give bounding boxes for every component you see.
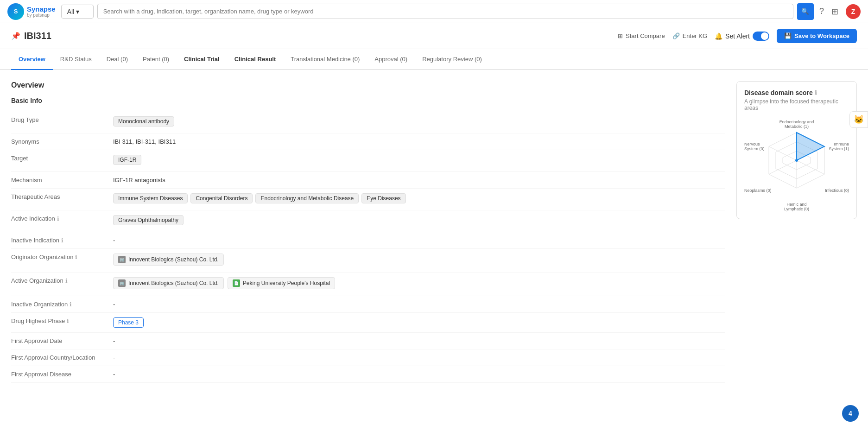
- info-value-6: -: [113, 237, 725, 244]
- info-row-7: Originator Organization ℹ🏢Innovent Biolo…: [11, 249, 725, 273]
- tab-translational-medicine-0[interactable]: Translational Medicine (0): [283, 49, 367, 70]
- grid-button[interactable]: ⊞: [831, 6, 838, 17]
- info-label-10: Drug Highest Phase ℹ: [11, 317, 113, 324]
- info-label-7: Originator Organization ℹ: [11, 254, 113, 260]
- info-label-11: First Approval Date: [11, 337, 113, 344]
- tab-approval-0[interactable]: Approval (0): [367, 49, 415, 70]
- tag: Eye Diseases: [361, 193, 405, 203]
- info-help-icon[interactable]: ℹ: [57, 216, 59, 222]
- top-nav: S Synapse by patsnap All ▾ 🔍 ? ⊞ Z: [0, 0, 868, 23]
- radar-label-infectious: Infectious (0): [825, 188, 849, 193]
- info-value-7: 🏢Innovent Biologics (Suzhou) Co. Ltd.: [113, 254, 725, 267]
- radar-label-nervous: NervousSystem (0): [744, 142, 765, 151]
- info-value-8: 🏢Innovent Biologics (Suzhou) Co. Ltd.📄Pe…: [113, 277, 725, 291]
- compare-button[interactable]: ⊞ Start Compare: [618, 32, 665, 39]
- info-value-0: Monoclonal antibody: [113, 116, 725, 128]
- info-row-10: Drug Highest Phase ℹPhase 3: [11, 313, 725, 333]
- nav-icons: ? ⊞ Z: [819, 4, 861, 19]
- flag-icon: 🏢: [118, 279, 126, 287]
- disease-score-card: Disease domain score ℹ A glimpse into th…: [736, 81, 857, 383]
- info-value-12: -: [113, 354, 725, 361]
- header-actions: ⊞ Start Compare 🔗 Enter KG 🔔 Set Alert 💾…: [618, 29, 857, 43]
- tab-patent-0[interactable]: Patent (0): [135, 49, 177, 70]
- tag: Graves Ophthalmopathy: [113, 215, 184, 225]
- compare-label: Start Compare: [626, 32, 665, 39]
- drug-header: 📌 IBI311 ⊞ Start Compare 🔗 Enter KG 🔔 Se…: [0, 23, 868, 49]
- info-value-3: IGF-1R antagonists: [113, 177, 725, 184]
- info-label-6: Inactive Indication ℹ: [11, 237, 113, 244]
- info-help-icon[interactable]: ℹ: [67, 318, 69, 324]
- info-row-6: Inactive Indication ℹ-: [11, 232, 725, 249]
- section-title: Overview: [11, 81, 725, 89]
- info-label-4: Therapeutic Areas: [11, 193, 113, 200]
- info-row-4: Therapeutic AreasImmune System DiseasesC…: [11, 189, 725, 210]
- tab-deal-0[interactable]: Deal (0): [99, 49, 135, 70]
- disease-card-title: Disease domain score ℹ: [744, 89, 849, 96]
- search-dropdown[interactable]: All ▾: [61, 5, 94, 19]
- tag: Congenital Disorders: [190, 193, 253, 203]
- toggle-knob: [761, 32, 768, 40]
- org-tag[interactable]: 🏢Innovent Biologics (Suzhou) Co. Ltd.: [113, 254, 224, 266]
- overview-content: Overview Basic Info Drug TypeMonoclonal …: [11, 81, 725, 383]
- pin-icon: 📌: [11, 32, 20, 40]
- info-row-8: Active Organization ℹ🏢Innovent Biologics…: [11, 273, 725, 296]
- info-label-8: Active Organization ℹ: [11, 277, 113, 284]
- tab-clinical-result[interactable]: Clinical Result: [227, 49, 284, 70]
- info-value-10: Phase 3: [113, 317, 725, 328]
- info-row-1: SynonymsIBI 311, IBI-311, IBI311: [11, 133, 725, 150]
- svg-point-7: [795, 159, 798, 162]
- search-input[interactable]: [97, 4, 793, 19]
- org-name: Innovent Biologics (Suzhou) Co. Ltd.: [128, 280, 219, 286]
- chat-widget[interactable]: 🐱: [849, 111, 868, 128]
- kg-button[interactable]: 🔗 Enter KG: [672, 32, 707, 39]
- tag: Monoclonal antibody: [113, 116, 174, 127]
- info-label-5: Active Indication ℹ: [11, 215, 113, 222]
- disease-card-subtitle: A glimpse into the focused therapeutic a…: [744, 98, 849, 111]
- disease-card-inner: Disease domain score ℹ A glimpse into th…: [736, 81, 857, 219]
- search-button[interactable]: 🔍: [797, 3, 814, 20]
- alert-icon: 🔔: [715, 32, 722, 40]
- compare-icon: ⊞: [618, 32, 623, 39]
- radar-label-endocrinology: Endocrinology andMetabolic (1): [779, 120, 814, 129]
- tab-overview[interactable]: Overview: [11, 49, 53, 70]
- chevron-down-icon: ▾: [76, 8, 79, 15]
- radar-svg: [750, 123, 843, 207]
- tab-regulatory-review-0[interactable]: Regulatory Review (0): [415, 49, 489, 70]
- info-label-2: Target: [11, 155, 113, 162]
- info-help-icon[interactable]: ℹ: [75, 254, 77, 260]
- radar-label-hemic: Hemic andLymphatic (0): [784, 202, 809, 211]
- info-label-0: Drug Type: [11, 116, 113, 123]
- info-label-13: First Approval Disease: [11, 371, 113, 378]
- alert-label: Set Alert: [725, 32, 750, 40]
- info-help-icon[interactable]: ℹ: [70, 301, 72, 308]
- info-label-3: Mechanism: [11, 177, 113, 184]
- radar-label-immune: ImmuneSystem (1): [829, 142, 849, 151]
- info-row-3: MechanismIGF-1R antagonists: [11, 172, 725, 189]
- info-help-icon[interactable]: ℹ: [61, 237, 63, 244]
- info-help-icon[interactable]: ℹ: [65, 278, 68, 284]
- avatar[interactable]: Z: [846, 4, 861, 19]
- drug-title-area: 📌 IBI311: [11, 31, 51, 41]
- logo-sub: by patsnap: [27, 13, 56, 18]
- info-value-5: Graves Ophthalmopathy: [113, 215, 725, 227]
- tag: IGF-1R: [113, 155, 141, 165]
- alert-area: 🔔 Set Alert: [715, 32, 769, 41]
- info-row-13: First Approval Disease-: [11, 366, 725, 383]
- search-dropdown-value: All: [67, 8, 75, 15]
- tab-r&d-status[interactable]: R&D Status: [53, 49, 99, 70]
- org-tag[interactable]: 🏢Innovent Biologics (Suzhou) Co. Ltd.: [113, 277, 224, 289]
- flag-icon: 🏢: [118, 256, 126, 263]
- radar-chart: Endocrinology andMetabolic (1) ImmuneSys…: [744, 119, 849, 211]
- help-button[interactable]: ?: [819, 6, 824, 16]
- kg-label: Enter KG: [683, 32, 707, 39]
- tab-clinical-trial[interactable]: Clinical Trial: [177, 49, 227, 70]
- info-row-11: First Approval Date-: [11, 333, 725, 349]
- org-tag[interactable]: 📄Peking University People's Hospital: [228, 277, 335, 289]
- info-value-13: -: [113, 371, 725, 378]
- save-button[interactable]: 💾 Save to Workspace: [777, 29, 857, 43]
- search-area: All ▾ 🔍: [61, 3, 814, 20]
- alert-toggle[interactable]: [753, 32, 769, 41]
- org-name: Innovent Biologics (Suzhou) Co. Ltd.: [128, 256, 219, 263]
- info-value-2: IGF-1R: [113, 155, 725, 167]
- info-icon[interactable]: ℹ: [815, 89, 817, 96]
